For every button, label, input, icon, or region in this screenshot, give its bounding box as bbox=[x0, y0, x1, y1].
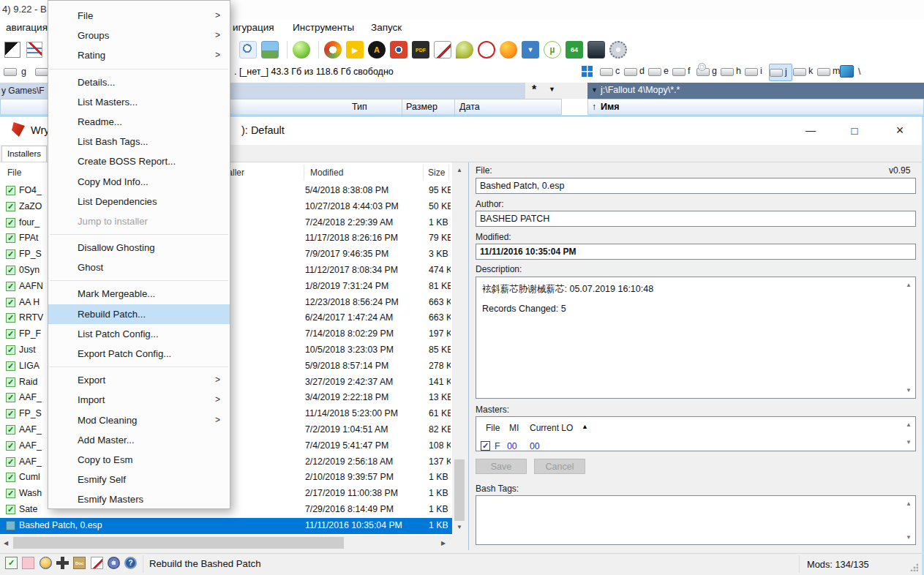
right-path-bar[interactable]: ▼ j:\Fallout 4\Mopy\*.* bbox=[587, 83, 924, 99]
column-size[interactable]: Size bbox=[428, 168, 445, 178]
xedit-launch-icon[interactable] bbox=[56, 557, 69, 569]
cancel-button[interactable]: Cancel bbox=[534, 459, 585, 474]
menu-item-list-patch-config[interactable]: List Patch Config... bbox=[48, 324, 230, 344]
menu-item-groups[interactable]: Groups> bbox=[48, 26, 230, 45]
menu-item-details[interactable]: Details... bbox=[48, 72, 230, 92]
drive-button-c[interactable]: c bbox=[600, 64, 623, 81]
mod-checkbox[interactable]: ✓ bbox=[6, 282, 15, 291]
media-player-icon[interactable]: ▶ bbox=[346, 41, 364, 59]
drive-button-f[interactable]: f bbox=[672, 64, 696, 81]
notepad-icon[interactable] bbox=[434, 41, 451, 59]
green-sphere-icon[interactable] bbox=[293, 41, 310, 59]
network-root-label[interactable]: \ bbox=[858, 67, 860, 77]
menu-item-export[interactable]: Export> bbox=[48, 370, 230, 390]
firefox-icon[interactable] bbox=[500, 41, 517, 59]
settings-icon[interactable] bbox=[108, 557, 120, 569]
pdf-icon[interactable]: PDF bbox=[412, 41, 429, 59]
drive-button-i[interactable]: i bbox=[745, 64, 768, 81]
search-icon[interactable] bbox=[239, 41, 257, 59]
mod-checkbox[interactable]: ✓ bbox=[6, 441, 15, 451]
tab-installers[interactable]: Installers bbox=[1, 146, 47, 162]
drive-button-k[interactable]: k bbox=[793, 64, 816, 81]
drive-button-m[interactable]: m bbox=[817, 64, 841, 81]
masters-column-lo[interactable]: Current LO bbox=[530, 423, 573, 433]
viewer-eye-icon[interactable] bbox=[390, 41, 407, 59]
maximize-button[interactable]: □ bbox=[838, 116, 871, 145]
ring-app-icon[interactable] bbox=[324, 41, 342, 59]
mod-checkbox[interactable]: ✓ bbox=[6, 329, 15, 339]
mod-checkbox[interactable]: ✓ bbox=[6, 218, 15, 228]
menu-tools[interactable]: Инструменты bbox=[293, 22, 354, 33]
resize-grip-icon[interactable] bbox=[910, 563, 918, 571]
menu-item-copy-to-esm[interactable]: Copy to Esm bbox=[48, 450, 230, 470]
menu-item-esmify-self[interactable]: Esmify Self bbox=[48, 470, 230, 489]
column-header-type[interactable]: Тип bbox=[352, 102, 367, 112]
scroll-down-icon[interactable]: ▼ bbox=[903, 437, 914, 448]
menu-item-list-masters[interactable]: List Masters... bbox=[48, 92, 230, 112]
menu-item-esmify-masters[interactable]: Esmify Masters bbox=[48, 489, 230, 509]
menu-item-disallow-ghosting[interactable]: Disallow Ghosting bbox=[48, 238, 230, 258]
mod-checkbox[interactable]: ✓ bbox=[6, 489, 15, 498]
menu-item-export-patch-config[interactable]: Export Patch Config... bbox=[48, 344, 230, 364]
mod-checkbox[interactable]: ✓ bbox=[6, 505, 15, 514]
64bit-icon[interactable]: 64 bbox=[566, 41, 583, 59]
mod-checkbox[interactable]: ✓ bbox=[6, 425, 15, 435]
download-tool-icon[interactable]: ▼ bbox=[522, 41, 539, 59]
mod-checkbox[interactable]: ✓ bbox=[6, 361, 15, 371]
minimize-button[interactable]: — bbox=[794, 116, 827, 145]
drive-button-h[interactable]: h bbox=[721, 64, 744, 81]
right-column-header[interactable]: ↑ Имя bbox=[587, 99, 924, 115]
mod-checkbox[interactable]: ✓ bbox=[6, 233, 15, 243]
menu-item-rating[interactable]: Rating> bbox=[48, 45, 230, 65]
masters-box[interactable]: File MI Current LO ▲ ✓ F 00 00 ▲ ▼ bbox=[476, 416, 916, 451]
menu-item-copy-mod-info[interactable]: Copy Mod Info... bbox=[48, 172, 230, 192]
path-dropdown-icon[interactable]: ▼ bbox=[591, 86, 598, 94]
column-modified[interactable]: Modified bbox=[310, 168, 343, 178]
edit-sign-icon[interactable] bbox=[26, 42, 42, 58]
scroll-down-icon[interactable]: ▼ bbox=[454, 522, 465, 533]
menu-item-rebuild-patch[interactable]: Rebuild Patch... bbox=[48, 304, 230, 324]
masters-column-file[interactable]: File bbox=[486, 423, 500, 433]
mod-checkbox[interactable]: ✓ bbox=[6, 266, 15, 275]
mod-checkbox[interactable]: ✓ bbox=[6, 473, 15, 482]
drive-button-d[interactable]: d bbox=[624, 64, 647, 81]
bw-mode-icon[interactable] bbox=[4, 42, 20, 58]
filter-star-button[interactable]: * bbox=[532, 83, 536, 97]
inactive-mods-filter-icon[interactable] bbox=[22, 557, 34, 569]
pen-tool-icon[interactable] bbox=[478, 41, 495, 59]
column-header-date[interactable]: Дата bbox=[459, 102, 480, 112]
author-input[interactable] bbox=[476, 211, 916, 227]
windows-logo-icon[interactable] bbox=[582, 66, 593, 77]
horizontal-scrollbar[interactable]: ◀ ▶ bbox=[0, 535, 452, 550]
path-dropdown-button[interactable]: ▼ bbox=[549, 86, 555, 93]
mod-checkbox[interactable]: ✓ bbox=[6, 202, 15, 211]
scrollbar-thumb[interactable] bbox=[454, 459, 465, 521]
close-button[interactable]: × bbox=[882, 116, 918, 145]
mod-checkbox[interactable]: ✓ bbox=[6, 249, 15, 259]
scroll-up-icon[interactable]: ▲ bbox=[903, 499, 914, 509]
drive-button-e[interactable]: e bbox=[648, 64, 672, 81]
drive-button-j[interactable]: j bbox=[769, 64, 792, 81]
scroll-up-icon[interactable]: ▲ bbox=[903, 280, 914, 290]
mod-checkbox[interactable]: ✓ bbox=[6, 457, 15, 467]
column-file[interactable]: File bbox=[7, 168, 21, 178]
menu-item-readme[interactable]: Readme... bbox=[48, 112, 230, 132]
menu-item-import[interactable]: Import> bbox=[48, 390, 230, 410]
scroll-up-icon[interactable]: ▲ bbox=[903, 420, 914, 430]
scroll-up-icon[interactable]: ▲ bbox=[454, 165, 465, 176]
doc-editor-icon[interactable] bbox=[91, 557, 103, 569]
mod-checkbox[interactable]: ✓ bbox=[6, 298, 15, 307]
table-row[interactable]: Bashed Patch, 0.esp11/11/2016 10:35:04 P… bbox=[0, 518, 452, 534]
bash-tags-box[interactable]: ▲ ▼ bbox=[476, 495, 916, 545]
menu-item-mod-cleaning[interactable]: Mod Cleaning> bbox=[48, 410, 230, 430]
mod-checkbox[interactable]: ✓ bbox=[6, 393, 15, 402]
aimp-icon[interactable]: A bbox=[368, 41, 386, 59]
column-header-size[interactable]: Размер bbox=[406, 102, 437, 112]
scrollbar-thumb[interactable] bbox=[13, 537, 344, 549]
description-box[interactable]: 袨斜薪芯胁谢械薪芯: 05.07.2019 16:10:48 Records C… bbox=[476, 277, 916, 399]
settings-gear-icon[interactable] bbox=[609, 41, 627, 59]
column-header-name[interactable]: Имя bbox=[601, 102, 620, 112]
drive-icon[interactable] bbox=[35, 68, 48, 76]
docs-browser-icon[interactable]: Doc bbox=[73, 557, 86, 569]
menu-item-mark-mergeable[interactable]: Mark Mergeable... bbox=[48, 284, 230, 304]
